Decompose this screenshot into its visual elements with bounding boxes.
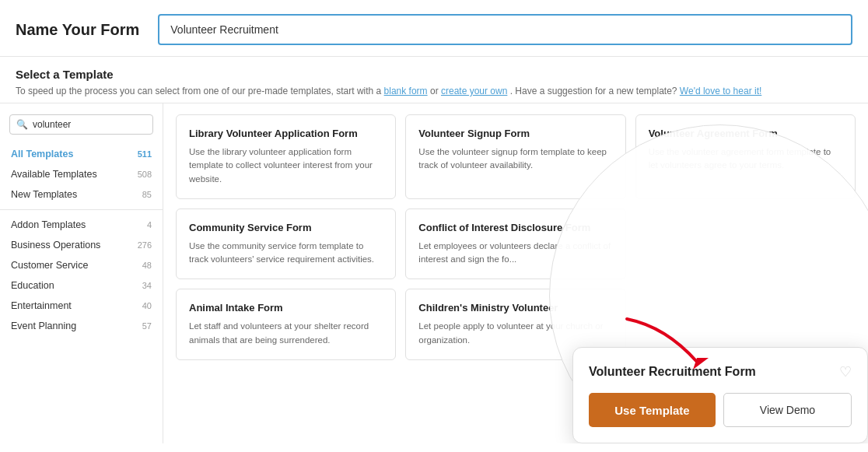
sidebar-label-new: New Templates	[11, 189, 77, 200]
sidebar: 🔍 All Templates 511 Available Templates …	[0, 103, 163, 443]
select-template-desc: To speed up the process you can select f…	[16, 86, 852, 96]
template-title-6: Animal Intake Form	[189, 302, 383, 314]
sidebar-label-events: Event Planning	[11, 321, 76, 331]
sidebar-count-business: 276	[138, 240, 152, 250]
template-title-0: Library Volunteer Application Form	[189, 128, 383, 139]
template-card-3[interactable]: Community Service Form Use the community…	[176, 208, 396, 280]
header: Name Your Form	[0, 0, 868, 57]
page-title: Name Your Form	[16, 21, 139, 39]
template-desc-6: Let staff and volunteers at your shelter…	[189, 320, 383, 347]
template-card-0[interactable]: Library Volunteer Application Form Use t…	[176, 114, 396, 199]
sidebar-label-business: Business Operations	[11, 240, 100, 251]
template-card-6[interactable]: Animal Intake Form Let staff and volunte…	[176, 289, 396, 360]
use-template-button[interactable]: Use Template	[589, 393, 716, 427]
view-demo-button[interactable]: View Demo	[723, 393, 852, 427]
blank-form-link[interactable]: blank form	[384, 86, 428, 96]
sidebar-divider	[0, 209, 163, 210]
sidebar-count-customer: 48	[142, 261, 152, 270]
search-box[interactable]: 🔍	[9, 114, 153, 135]
sidebar-item-customer-service[interactable]: Customer Service 48	[0, 255, 163, 275]
desc-suffix: . Have a suggestion for a new template?	[510, 86, 680, 96]
sidebar-label-available: Available Templates	[11, 169, 97, 180]
form-name-input[interactable]	[158, 14, 852, 45]
search-icon: 🔍	[16, 119, 28, 130]
heart-icon[interactable]: ♡	[839, 363, 852, 380]
sidebar-item-new-templates[interactable]: New Templates 85	[0, 184, 163, 205]
sidebar-count-education: 34	[142, 281, 152, 290]
sidebar-item-available-templates[interactable]: Available Templates 508	[0, 164, 163, 184]
template-title-1: Volunteer Signup Form	[418, 128, 612, 139]
sidebar-item-education[interactable]: Education 34	[0, 275, 163, 296]
template-title-3: Community Service Form	[189, 222, 383, 233]
sidebar-label-all: All Templates	[11, 149, 73, 159]
template-search-input[interactable]	[33, 119, 146, 130]
create-own-link[interactable]: create your own	[441, 86, 507, 96]
suggestion-link[interactable]: We'd love to hear it!	[680, 86, 761, 96]
select-template-section: Select a Template To speed up the proces…	[0, 57, 868, 103]
sidebar-item-event-planning[interactable]: Event Planning 57	[0, 316, 163, 336]
sidebar-item-entertainment[interactable]: Entertainment 40	[0, 296, 163, 316]
template-desc-3: Use the community service form template …	[189, 240, 383, 267]
sidebar-count-all: 511	[138, 149, 152, 159]
desc-prefix: To speed up the process you can select f…	[16, 86, 384, 96]
popup-buttons: Use Template View Demo	[589, 393, 852, 427]
sidebar-count-events: 57	[142, 321, 152, 331]
sidebar-label-entertainment: Entertainment	[11, 300, 72, 311]
sidebar-label-customer: Customer Service	[11, 260, 88, 271]
sidebar-label-education: Education	[11, 280, 54, 291]
sidebar-label-addon: Addon Templates	[11, 219, 86, 230]
popup-overlay: Volunteer Recruitment Form ♡ Use Templat…	[572, 347, 868, 443]
select-template-title: Select a Template	[16, 68, 852, 81]
template-area-wrapper: Library Volunteer Application Form Use t…	[163, 103, 868, 443]
main-content: 🔍 All Templates 511 Available Templates …	[0, 103, 868, 443]
sidebar-count-entertainment: 40	[142, 301, 152, 310]
sidebar-count-available: 508	[138, 170, 152, 179]
popup-header: Volunteer Recruitment Form ♡	[589, 363, 852, 380]
sidebar-count-new: 85	[142, 190, 152, 199]
desc-middle: or	[430, 86, 441, 96]
popup-title: Volunteer Recruitment Form	[589, 365, 756, 379]
sidebar-count-addon: 4	[147, 220, 152, 230]
template-desc-1: Use the volunteer signup form template t…	[418, 145, 612, 173]
sidebar-item-addon-templates[interactable]: Addon Templates 4	[0, 215, 163, 235]
sidebar-item-all-templates[interactable]: All Templates 511	[0, 144, 163, 164]
sidebar-item-business-ops[interactable]: Business Operations 276	[0, 235, 163, 255]
template-desc-0: Use the library volunteer application fo…	[189, 145, 383, 186]
